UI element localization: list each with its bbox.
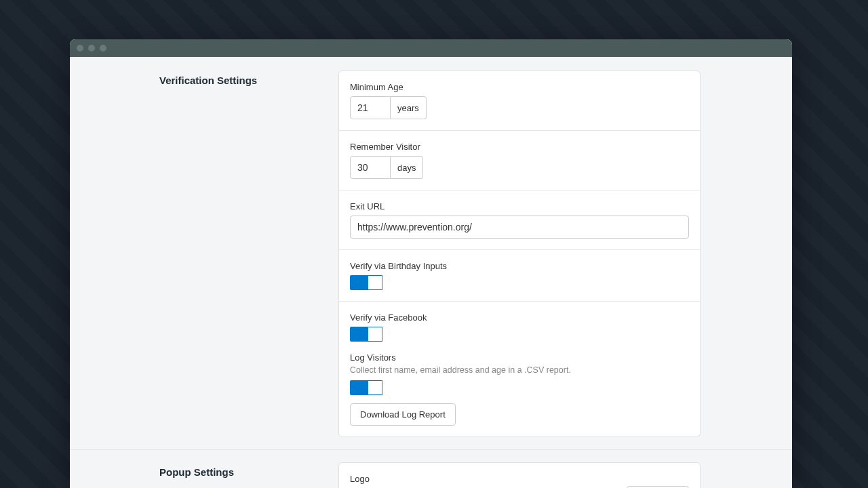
birthday-label: Verify via Birthday Inputs: [350, 261, 689, 271]
remember-row: Remember Visitor days: [339, 131, 700, 190]
log-help: Collect first name, email address and ag…: [350, 365, 689, 375]
content-area: Verification Settings Minimum Age years …: [70, 57, 792, 488]
section-heading-wrap: Verification Settings: [81, 70, 338, 449]
remember-group: days: [350, 156, 689, 179]
verification-card-wrap: Minimum Age years Remember Visitor days: [338, 70, 701, 449]
exit-url-input[interactable]: [350, 216, 689, 239]
popup-card: Logo MISSION PIPE CIGAR SH✹P Delete File: [338, 462, 701, 488]
popup-card-wrap: Logo MISSION PIPE CIGAR SH✹P Delete File: [338, 462, 701, 488]
verification-card: Minimum Age years Remember Visitor days: [338, 70, 701, 437]
minimize-window-icon[interactable]: [88, 45, 95, 52]
birthday-toggle[interactable]: [350, 275, 382, 290]
log-subfield: Log Visitors Collect first name, email a…: [350, 352, 689, 426]
facebook-log-row: Verify via Facebook Log Visitors Collect…: [339, 302, 700, 436]
popup-heading-wrap: Popup Settings: [81, 462, 338, 488]
logo-row: Logo MISSION PIPE CIGAR SH✹P Delete File: [339, 463, 700, 488]
min-age-unit: years: [391, 96, 427, 119]
window-titlebar: [70, 39, 792, 57]
exit-url-row: Exit URL: [339, 190, 700, 250]
facebook-label: Verify via Facebook: [350, 312, 689, 323]
download-log-button[interactable]: Download Log Report: [350, 403, 456, 426]
logo-label: Logo: [350, 474, 513, 484]
min-age-label: Minimum Age: [350, 82, 689, 92]
min-age-row: Minimum Age years: [339, 71, 700, 131]
min-age-input[interactable]: [350, 96, 391, 119]
app-window: Verification Settings Minimum Age years …: [70, 39, 792, 488]
min-age-group: years: [350, 96, 689, 119]
log-toggle[interactable]: [350, 380, 382, 395]
remember-unit: days: [391, 156, 423, 179]
verification-title: Verification Settings: [159, 75, 338, 86]
popup-section: Popup Settings Logo MISSION PIPE CIGAR S…: [70, 450, 792, 488]
logo-area: Logo MISSION PIPE CIGAR SH✹P: [350, 474, 513, 488]
popup-title: Popup Settings: [159, 466, 338, 478]
birthday-row: Verify via Birthday Inputs: [339, 250, 700, 302]
remember-input[interactable]: [350, 156, 391, 179]
exit-url-label: Exit URL: [350, 201, 689, 211]
close-window-icon[interactable]: [77, 45, 83, 52]
verification-section: Verification Settings Minimum Age years …: [70, 70, 792, 450]
log-label: Log Visitors: [350, 352, 689, 363]
remember-label: Remember Visitor: [350, 142, 689, 152]
facebook-toggle[interactable]: [350, 327, 382, 342]
maximize-window-icon[interactable]: [100, 45, 106, 52]
